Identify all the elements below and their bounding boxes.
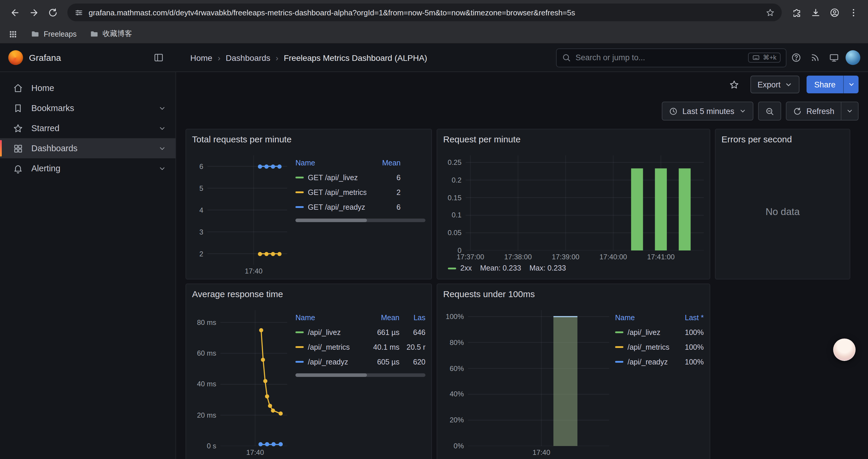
- legend-row: /api/_readyz100%: [615, 355, 704, 369]
- search-shortcut-badge: ⌘+k: [748, 53, 780, 63]
- refresh-button[interactable]: Refresh: [786, 102, 841, 120]
- refresh-interval-caret[interactable]: [841, 102, 858, 120]
- legend-series-name[interactable]: /api/_readyz: [627, 358, 668, 366]
- reload-button[interactable]: [44, 4, 61, 21]
- legend-series-name[interactable]: GET /api/_metrics: [308, 188, 366, 196]
- news-rss-icon[interactable]: [805, 48, 824, 67]
- x-axis-label: 17:37:00: [457, 253, 484, 261]
- assistant-avatar[interactable]: [833, 338, 856, 361]
- legend-series-name[interactable]: GET /api/_readyz: [308, 203, 365, 211]
- browser-toolbar: grafana.mathmast.com/d/deytv4rwavabkb/fr…: [0, 0, 868, 25]
- star-dashboard-button[interactable]: [725, 76, 743, 93]
- chart-svg: [208, 155, 287, 265]
- legend-series-name[interactable]: /api/_readyz: [308, 358, 348, 366]
- bookmark-label: 收藏博客: [102, 29, 132, 39]
- legend-stat: Max: 0.233: [529, 264, 566, 272]
- display-icon[interactable]: [824, 48, 843, 67]
- series-swatch: [615, 346, 623, 348]
- chevron-down-icon[interactable]: [158, 104, 166, 112]
- downloads-icon[interactable]: [807, 4, 824, 21]
- search-icon: [562, 53, 571, 62]
- panel-title[interactable]: Average response time: [192, 288, 426, 301]
- panel-title[interactable]: Total requests per minute: [192, 133, 426, 146]
- brand-name: Grafana: [29, 53, 61, 63]
- share-button[interactable]: Share: [807, 76, 859, 93]
- sidebar-item-dashboards[interactable]: Dashboards: [0, 138, 176, 158]
- legend-header[interactable]: Las: [402, 314, 426, 322]
- bookmark-icon: [13, 103, 23, 113]
- panel-title[interactable]: Errors per second: [721, 133, 844, 146]
- legend-value: 100%: [670, 328, 704, 336]
- breadcrumb-separator: ›: [218, 53, 220, 62]
- series-swatch: [615, 331, 623, 333]
- legend-series-name[interactable]: /api/_metrics: [627, 343, 670, 351]
- zoom-out-button[interactable]: [758, 102, 781, 121]
- y-axis-label: 0.05: [447, 229, 462, 237]
- legend-header[interactable]: Name: [296, 314, 365, 322]
- breadcrumb-home[interactable]: Home: [190, 53, 212, 62]
- legend-header-row: NameLast *: [615, 310, 704, 325]
- user-avatar[interactable]: [843, 48, 862, 67]
- legend-value: 646: [402, 328, 426, 336]
- legend-table: NameLast */api/_livez100%/api/_metrics10…: [615, 310, 704, 457]
- legend-header[interactable]: Last *: [670, 314, 704, 322]
- panel-total-requests: Total requests per minute 23456 17:40 Na…: [186, 129, 432, 280]
- data-point: [261, 357, 265, 362]
- bookmark-star-icon[interactable]: [766, 8, 775, 17]
- data-point: [271, 408, 275, 413]
- breadcrumb-dashboards[interactable]: Dashboards: [226, 53, 270, 62]
- browser-menu-icon[interactable]: [844, 4, 862, 21]
- bookmark-folder-blogs[interactable]: 收藏博客: [90, 29, 132, 39]
- legend-series-name[interactable]: /api/_livez: [308, 328, 341, 336]
- profile-avatar[interactable]: [826, 4, 843, 21]
- back-button[interactable]: [6, 4, 24, 21]
- forward-button[interactable]: [25, 4, 42, 21]
- data-point: [278, 412, 282, 416]
- url-text[interactable]: grafana.mathmast.com/d/deytv4rwavabkb/fr…: [89, 8, 761, 17]
- series-swatch: [296, 177, 304, 178]
- legend-row: /api/_livez661 µs646: [296, 325, 426, 340]
- panel-title[interactable]: Requests under 100ms: [443, 288, 704, 301]
- chart-svg: [220, 310, 287, 446]
- apps-grid-icon[interactable]: [8, 29, 18, 39]
- site-settings-icon[interactable]: [74, 8, 83, 17]
- search-input[interactable]: Search or jump to... ⌘+k: [556, 48, 786, 67]
- address-bar[interactable]: grafana.mathmast.com/d/deytv4rwavabkb/fr…: [67, 4, 782, 21]
- sidebar-item-bookmarks[interactable]: Bookmarks: [0, 98, 176, 118]
- share-menu-caret[interactable]: [843, 76, 859, 93]
- legend-series-name[interactable]: 2xx: [460, 264, 472, 272]
- legend-header[interactable]: Mean: [366, 159, 401, 167]
- grafana-brand[interactable]: Grafana: [8, 50, 61, 65]
- legend-series-name[interactable]: GET /api/_livez: [308, 173, 358, 182]
- panel-title[interactable]: Request per minute: [443, 133, 704, 146]
- legend-value: 20.5 r: [402, 343, 426, 351]
- sidebar-item-alerting[interactable]: Alerting: [0, 158, 176, 178]
- chevron-down-icon[interactable]: [158, 165, 166, 172]
- chevron-down-icon[interactable]: [158, 144, 166, 152]
- grafana-logo-icon[interactable]: [8, 50, 23, 65]
- legend-header[interactable]: Mean: [365, 314, 399, 322]
- data-point: [268, 404, 272, 408]
- chart-svg: [466, 155, 704, 251]
- no-data-message: No data: [721, 148, 844, 275]
- legend-header[interactable]: Name: [296, 159, 366, 167]
- help-icon[interactable]: [786, 48, 805, 67]
- legend-series-name[interactable]: /api/_livez: [627, 328, 660, 336]
- dashboard-actions: Export Share: [186, 76, 859, 93]
- folder-icon: [90, 30, 98, 38]
- legend-scrollbar[interactable]: [296, 373, 426, 377]
- extensions-icon[interactable]: [788, 4, 805, 21]
- bookmark-folder-freeleaps[interactable]: Freeleaps: [31, 30, 76, 38]
- dock-menu-icon[interactable]: [149, 48, 168, 67]
- time-range-picker[interactable]: Last 5 minutes: [662, 102, 753, 121]
- legend-series-name[interactable]: /api/_metrics: [308, 343, 350, 351]
- chevron-down-icon[interactable]: [158, 124, 166, 132]
- y-axis-label: 0%: [454, 442, 464, 450]
- legend-header[interactable]: Name: [615, 314, 670, 322]
- export-button[interactable]: Export: [750, 76, 800, 93]
- data-point: [259, 328, 263, 332]
- breadcrumb-current: Freeleaps Metrics Dashboard (ALPHA): [284, 53, 427, 62]
- sidebar-item-home[interactable]: Home: [0, 78, 176, 98]
- sidebar-item-starred[interactable]: Starred: [0, 118, 176, 138]
- legend-scrollbar[interactable]: [296, 219, 426, 222]
